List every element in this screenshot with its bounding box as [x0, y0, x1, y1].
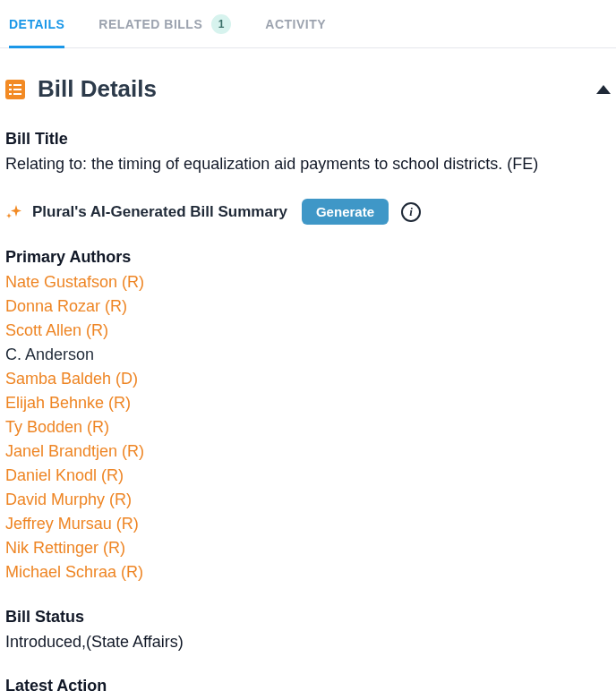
author-item: C. Anderson — [5, 343, 611, 367]
authors-label: Primary Authors — [5, 248, 611, 267]
generate-button[interactable]: Generate — [302, 199, 389, 225]
svg-rect-5 — [13, 93, 21, 95]
author-item[interactable]: Scott Allen (R) — [5, 319, 611, 343]
svg-rect-4 — [9, 93, 12, 95]
authors-block: Primary Authors Nate Gustafson (R)Donna … — [5, 248, 611, 584]
tab-details[interactable]: DETAILS — [9, 0, 64, 47]
section-header: Bill Details — [5, 75, 611, 103]
tab-related-bills[interactable]: RELATED BILLS 1 — [98, 0, 231, 47]
svg-rect-0 — [9, 84, 12, 86]
author-item[interactable]: Janel Brandtjen (R) — [5, 439, 611, 464]
summary-label: Plural's AI-Generated Bill Summary — [32, 203, 287, 221]
bill-title-label: Bill Title — [5, 130, 611, 149]
svg-rect-1 — [13, 84, 21, 86]
author-item[interactable]: Nik Rettinger (R) — [5, 536, 611, 560]
tab-activity[interactable]: ACTIVITY — [265, 0, 326, 47]
svg-rect-2 — [9, 89, 12, 90]
author-item[interactable]: Samba Baldeh (D) — [5, 367, 611, 391]
svg-rect-3 — [13, 89, 21, 90]
tab-label: RELATED BILLS — [98, 17, 202, 31]
list-icon — [5, 80, 25, 99]
author-item[interactable]: Michael Schraa (R) — [5, 560, 611, 584]
author-item[interactable]: Donna Rozar (R) — [5, 294, 611, 319]
bill-title-value: Relating to: the timing of equalization … — [5, 152, 611, 175]
svg-marker-6 — [596, 85, 611, 94]
author-item[interactable]: Nate Gustafson (R) — [5, 270, 611, 294]
status-value: Introduced,(State Affairs) — [5, 630, 611, 653]
tab-label: DETAILS — [9, 17, 64, 31]
section-header-left: Bill Details — [5, 75, 157, 103]
author-item[interactable]: Ty Bodden (R) — [5, 415, 611, 439]
summary-row: Plural's AI-Generated Bill Summary Gener… — [5, 199, 611, 225]
status-block: Bill Status Introduced,(State Affairs) — [5, 608, 611, 653]
latest-action-label: Latest Action — [5, 677, 611, 691]
tab-label: ACTIVITY — [265, 17, 326, 31]
tabs-bar: DETAILS RELATED BILLS 1 ACTIVITY — [0, 0, 616, 48]
section-title: Bill Details — [38, 75, 157, 103]
author-item[interactable]: Elijah Behnke (R) — [5, 391, 611, 415]
author-item[interactable]: Daniel Knodl (R) — [5, 464, 611, 488]
collapse-icon[interactable] — [596, 85, 611, 94]
author-item[interactable]: David Murphy (R) — [5, 488, 611, 512]
author-item[interactable]: Jeffrey Mursau (R) — [5, 512, 611, 536]
latest-action-block: Latest Action 04/24/2023 — [5, 677, 611, 691]
info-icon[interactable]: i — [401, 202, 421, 222]
authors-list: Nate Gustafson (R)Donna Rozar (R)Scott A… — [5, 270, 611, 584]
status-label: Bill Status — [5, 608, 611, 627]
related-count-badge: 1 — [211, 14, 231, 34]
bill-title-block: Bill Title Relating to: the timing of eq… — [5, 130, 611, 175]
content: Bill Details Bill Title Relating to: the… — [0, 48, 616, 691]
sparkle-icon — [5, 203, 23, 221]
